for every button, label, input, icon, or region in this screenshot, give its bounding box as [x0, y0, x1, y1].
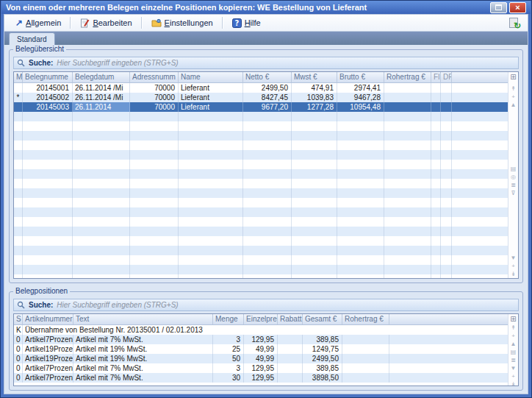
overview-search-input[interactable] — [57, 59, 515, 67]
empty-row[interactable] — [14, 207, 508, 217]
empty-row[interactable] — [14, 131, 508, 141]
svg-text:?: ? — [234, 19, 239, 27]
empty-row[interactable] — [14, 255, 508, 265]
cell-empty — [14, 188, 23, 198]
empty-row[interactable] — [14, 265, 508, 274]
cell-filler — [452, 150, 508, 160]
empty-row[interactable] — [14, 246, 508, 255]
tab-standard[interactable]: Standard — [9, 32, 55, 45]
restore-window-button[interactable] — [490, 2, 507, 13]
table-row[interactable]: 2014500126.11.2014 /Mi70000Lieferant2499… — [14, 83, 508, 93]
insert-row-icon[interactable]: + — [509, 262, 517, 270]
refresh-positions-button[interactable]: ↻ — [508, 17, 520, 29]
step-up-icon[interactable]: ▲ — [509, 101, 517, 109]
column-header-mwst[interactable]: Mwst € — [292, 72, 337, 82]
einstellungen-button[interactable]: Einstellungen — [146, 16, 218, 30]
cell-empty — [243, 227, 292, 236]
scroll-bottom-icon[interactable]: ↡ — [509, 270, 517, 278]
list-view-icon[interactable]: ≣ — [509, 356, 517, 364]
cell-empty — [130, 265, 179, 274]
column-chooser-icon[interactable]: ⊞ — [509, 314, 517, 324]
empty-row[interactable] — [14, 112, 508, 121]
cell-empty — [384, 217, 431, 227]
cell-empty — [23, 255, 73, 265]
column-header-fi[interactable]: FI — [431, 72, 441, 82]
table-row[interactable]: 0Artikel19ProzentArtikel mit 19% MwSt.25… — [14, 344, 508, 354]
table-row[interactable]: 0Artikel7ProzentArtikel mit 7% MwSt.3129… — [14, 363, 508, 373]
column-chooser-icon[interactable]: ⊞ — [509, 72, 517, 82]
table-row[interactable]: 0Artikel19ProzentArtikel mit 19% MwSt.50… — [14, 354, 508, 363]
insert-row-icon[interactable]: + — [509, 93, 517, 101]
close-window-button[interactable]: × — [509, 2, 526, 13]
column-header-artikelnummer[interactable]: Artikelnummer — [23, 314, 73, 324]
column-header-m[interactable]: M — [14, 72, 23, 82]
empty-row[interactable] — [14, 160, 508, 169]
empty-row[interactable] — [14, 188, 508, 198]
hilfe-button[interactable]: ? Hilfe — [227, 16, 266, 30]
filter-icon[interactable]: ⊽ — [509, 190, 517, 198]
table-row[interactable]: 0Artikel7ProzentArtikel mit 7% MwSt.3012… — [14, 373, 508, 383]
empty-row[interactable] — [14, 217, 508, 227]
column-header-rabatt[interactable]: Rabatt % — [278, 314, 303, 324]
column-header-brutto[interactable]: Brutto € — [337, 72, 384, 82]
step-up-icon[interactable]: ▲ — [509, 340, 517, 348]
empty-row[interactable] — [14, 198, 508, 207]
empty-row[interactable] — [14, 121, 508, 131]
bearbeiten-button[interactable]: Bearbeiten — [75, 16, 137, 30]
column-header-gesamt[interactable]: Gesamt € — [303, 314, 342, 324]
empty-row[interactable] — [14, 169, 508, 179]
column-header-name[interactable]: Name — [179, 72, 243, 82]
cell-empty — [23, 198, 73, 207]
step-down-icon[interactable]: ▼ — [509, 364, 517, 372]
table-row[interactable]: KÜbernahme von Bestellung Nr. 20135001 /… — [14, 325, 508, 335]
cell-s: 0 — [14, 363, 23, 373]
search-row-icon[interactable]: ◎ — [509, 174, 517, 182]
scroll-bottom-icon[interactable]: ↡ — [509, 380, 517, 385]
empty-row[interactable] — [14, 141, 508, 150]
empty-row[interactable] — [14, 236, 508, 246]
column-header-menge[interactable]: Menge — [213, 314, 244, 324]
cell-empty — [431, 160, 441, 169]
cell-empty — [441, 188, 452, 198]
empty-row[interactable] — [14, 150, 508, 160]
column-header-s[interactable]: S — [14, 314, 23, 324]
cell-empty — [292, 160, 337, 169]
column-header-belegdatum[interactable]: Belegdatum — [73, 72, 130, 82]
step-down-icon[interactable]: ▼ — [509, 254, 517, 262]
insert-row-icon[interactable]: + — [509, 372, 517, 380]
column-header-text[interactable]: Text — [73, 314, 213, 324]
column-header-netto[interactable]: Netto € — [243, 72, 292, 82]
cell-empty — [243, 246, 292, 255]
cell-empty — [73, 188, 130, 198]
cell-empty — [23, 274, 73, 278]
cell-fi — [431, 102, 441, 112]
empty-row[interactable] — [14, 227, 508, 236]
scroll-top-icon[interactable]: ↟ — [509, 324, 517, 332]
column-header-dr[interactable]: DR — [441, 72, 452, 82]
allgemein-button[interactable]: ↗ Allgemein — [10, 16, 66, 29]
table-row[interactable]: *2014500226.11.2014 /Mi70000Lieferant842… — [14, 93, 508, 102]
cell-s: 0 — [14, 354, 23, 363]
positions-search-label: Suche: — [29, 301, 53, 309]
scroll-top-icon[interactable]: ↟ — [509, 85, 517, 93]
empty-row[interactable] — [14, 274, 508, 278]
columns-view-icon[interactable]: ▤ — [509, 348, 517, 356]
column-header-einzelpreis[interactable]: Einzelpreis € — [244, 314, 278, 324]
cell-empty — [384, 255, 431, 265]
list-view-icon[interactable]: ≣ — [509, 182, 517, 190]
insert-row-icon[interactable]: + — [509, 332, 517, 340]
column-header-adressnumm[interactable]: Adressnumm — [130, 72, 179, 82]
empty-row[interactable] — [14, 179, 508, 188]
column-header-belegnumme[interactable]: Belegnumme — [23, 72, 73, 82]
column-header-rohertrag[interactable]: Rohertrag € — [342, 314, 389, 324]
cell-rabatt — [278, 354, 303, 363]
columns-view-icon[interactable]: ▤ — [509, 166, 517, 174]
cell-rohertrag — [342, 373, 389, 383]
column-header-rohertrag[interactable]: Rohertrag € — [384, 72, 431, 82]
table-row[interactable]: 2014500326.11.201470000Lieferant9677,201… — [14, 102, 508, 112]
cell-empty — [431, 121, 441, 131]
positions-search-input[interactable] — [57, 301, 515, 309]
table-row[interactable]: 0Artikel7ProzentArtikel mit 7% MwSt.3129… — [14, 335, 508, 344]
cell-einzelpreis: 129,95 — [244, 373, 278, 383]
cell-filler — [389, 354, 508, 363]
